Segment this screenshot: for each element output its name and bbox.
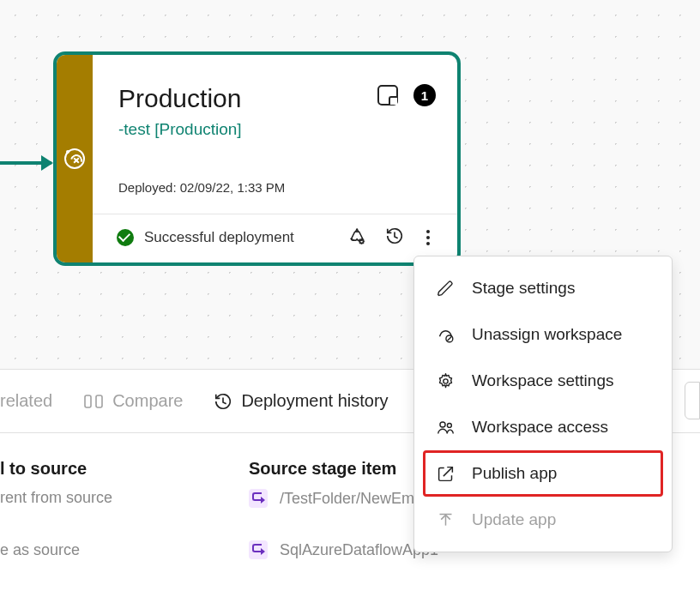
stage-context-menu: Stage settings Unassign workspace Worksp… (413, 256, 673, 552)
compare-icon (83, 393, 104, 410)
toolbar-label: Deployment history (241, 391, 388, 411)
svg-point-3 (439, 421, 444, 426)
menu-stage-settings[interactable]: Stage settings (423, 265, 663, 311)
column-header-source-item: Source stage item (249, 459, 438, 479)
menu-label: Update app (472, 510, 556, 529)
svg-rect-6 (96, 395, 102, 407)
gear-icon (436, 372, 455, 390)
workspace-label[interactable]: -test [Production] (118, 120, 431, 139)
row-value: rent from source (0, 489, 214, 507)
more-actions-button[interactable] (423, 230, 433, 245)
deployment-rules-icon[interactable] (347, 226, 366, 249)
history-icon[interactable] (385, 226, 404, 249)
menu-unassign-workspace[interactable]: Unassign workspace (423, 311, 663, 358)
row-value: e as source (0, 541, 214, 559)
menu-label: Unassign workspace (472, 325, 622, 344)
svg-rect-5 (85, 395, 91, 407)
svg-point-0 (359, 239, 363, 243)
column-header-source-rel: l to source (0, 459, 214, 479)
status-text: Successful deployment (144, 229, 294, 246)
dataflow-icon (249, 489, 268, 508)
upload-icon (436, 511, 455, 529)
deployed-timestamp: Deployed: 02/09/22, 1:33 PM (118, 180, 431, 195)
menu-label: Publish app (472, 464, 557, 483)
history-icon (214, 392, 232, 411)
toolbar-label: Compare (112, 391, 183, 411)
toolbar-label: related (0, 391, 52, 411)
menu-workspace-access[interactable]: Workspace access (423, 404, 663, 450)
menu-label: Workspace settings (472, 371, 613, 390)
toolbar-compare: Compare (83, 391, 183, 411)
list-item[interactable]: /TestFolder/NewEmailL (249, 489, 438, 508)
people-icon (436, 419, 455, 437)
menu-label: Stage settings (472, 279, 575, 298)
card-footer: Successful deployment (93, 214, 457, 259)
transform-icon (64, 148, 85, 169)
toolbar-deployment-history[interactable]: Deployment history (214, 391, 388, 411)
items-count-badge[interactable]: 1 (413, 84, 436, 106)
toolbar-related: related (0, 391, 52, 411)
external-link-icon (436, 465, 455, 483)
pipeline-arrow-icon (0, 161, 51, 165)
deployment-status: Successful deployment (117, 229, 347, 246)
unassign-icon (436, 326, 455, 344)
pencil-icon (436, 280, 455, 298)
menu-workspace-settings[interactable]: Workspace settings (423, 358, 663, 404)
menu-publish-app[interactable]: Publish app (423, 450, 663, 497)
toolbar-right-button[interactable] (685, 382, 700, 419)
menu-label: Workspace access (472, 418, 608, 437)
dataflow-icon (249, 540, 268, 559)
list-item[interactable]: SqlAzureDataflowApp1 (249, 540, 438, 559)
note-icon[interactable] (377, 85, 398, 106)
svg-point-4 (447, 423, 451, 427)
card-accent-bar (57, 55, 93, 262)
svg-point-2 (443, 378, 447, 383)
success-check-icon (117, 229, 134, 246)
menu-update-app: Update app (423, 497, 663, 543)
